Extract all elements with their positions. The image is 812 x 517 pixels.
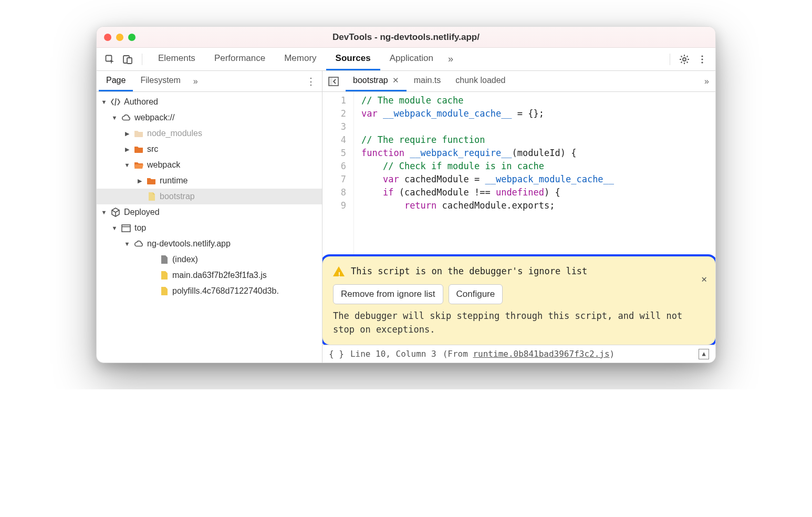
navigator-sidebar: Page Filesystem » ⋮ ▼ Authored ▼ webpack… [97, 71, 322, 363]
source-origin-link[interactable]: runtime.0b841bad3967f3c2.js [473, 349, 609, 359]
cursor-position: Line 10, Column 3 [350, 347, 436, 360]
sidebar-kebab-icon[interactable]: ⋮ [300, 76, 322, 87]
file-tabs-overflow-icon[interactable]: » [698, 77, 715, 86]
sidebar-tab-page[interactable]: Page [99, 71, 133, 91]
chevron-down-icon: ▼ [101, 209, 107, 215]
tree-label: src [147, 144, 158, 154]
file-tabs: bootstrap ✕ main.ts chunk loaded » [322, 71, 715, 92]
tree-folder-runtime[interactable]: ▶ runtime [97, 173, 322, 189]
tree-file-main-js[interactable]: ▶ main.da63f7b2fe3f1fa3.js [97, 267, 322, 283]
tree-folder-webpack-scheme[interactable]: ▼ webpack:// [97, 110, 322, 126]
ignore-list-banner: This script is on the debugger's ignore … [322, 254, 715, 347]
chevron-right-icon: ▶ [137, 178, 143, 184]
tree-label: webpack:// [134, 113, 174, 122]
tree-label: (index) [172, 255, 198, 264]
cloud-icon [121, 112, 131, 123]
svg-point-6 [701, 61, 703, 63]
source-origin: (From runtime.0b841bad3967f3c2.js) [443, 347, 615, 360]
navigator-tabs: Page Filesystem » ⋮ [97, 71, 322, 92]
svg-rect-10 [329, 77, 332, 86]
tree-label: Authored [124, 97, 158, 107]
tree-file-index[interactable]: ▶ (index) [97, 252, 322, 267]
tree-file-bootstrap[interactable]: ▶ bootstrap [97, 189, 322, 204]
folder-icon [133, 144, 144, 154]
banner-description: The debugger will skip stepping through … [333, 309, 686, 336]
file-icon [146, 191, 157, 202]
js-file-icon [159, 270, 169, 281]
file-tab-bootstrap[interactable]: bootstrap ✕ [346, 71, 407, 91]
device-toggle-icon[interactable] [120, 51, 136, 67]
tree-label: node_modules [147, 129, 202, 138]
tree-group-authored[interactable]: ▼ Authored [97, 94, 322, 110]
svg-point-3 [683, 58, 686, 61]
banner-title: This script is on the debugger's ignore … [351, 265, 587, 278]
tab-memory[interactable]: Memory [275, 48, 326, 70]
pretty-print-icon[interactable]: { } [329, 347, 344, 360]
tree-label: main.da63f7b2fe3f1fa3.js [172, 271, 267, 280]
tab-performance[interactable]: Performance [205, 48, 275, 70]
kebab-menu-icon[interactable] [694, 51, 710, 67]
chevron-down-icon: ▼ [111, 225, 118, 231]
frame-icon [121, 223, 131, 233]
svg-point-4 [701, 55, 703, 57]
svg-rect-2 [127, 58, 132, 64]
cloud-icon [133, 239, 144, 249]
cube-icon [110, 207, 121, 218]
js-file-icon [159, 286, 169, 296]
tree-label: runtime [160, 176, 188, 185]
chevron-down-icon: ▼ [124, 241, 130, 247]
remove-from-ignore-list-button[interactable]: Remove from ignore list [333, 284, 443, 304]
tree-label: polyfills.4c768d7122740d3b. [172, 286, 279, 296]
tree-folder-webpack[interactable]: ▼ webpack [97, 157, 322, 173]
folder-icon [146, 175, 157, 186]
code-icon [110, 97, 121, 107]
tree-domain[interactable]: ▼ ng-devtools.netlify.app [97, 236, 322, 252]
close-tab-icon[interactable]: ✕ [392, 76, 399, 85]
inspect-element-icon[interactable] [102, 51, 118, 67]
file-tab-label: chunk loaded [455, 76, 505, 85]
tree-label: top [134, 223, 146, 233]
file-tree: ▼ Authored ▼ webpack:// ▶ node_modules ▶ [97, 92, 322, 363]
tree-label: Deployed [124, 208, 160, 217]
chevron-down-icon: ▼ [101, 99, 107, 105]
document-icon [159, 254, 169, 265]
svg-rect-7 [122, 225, 130, 232]
warning-icon [333, 266, 345, 276]
panel-overflow-icon[interactable]: » [443, 54, 459, 65]
tree-folder-src[interactable]: ▶ src [97, 141, 322, 157]
file-tab-main-ts[interactable]: main.ts [407, 71, 449, 91]
sidebar-overflow-icon[interactable]: » [188, 77, 203, 86]
panel-tabs: Elements Performance Memory Sources Appl… [149, 48, 459, 70]
tree-folder-node-modules[interactable]: ▶ node_modules [97, 126, 322, 141]
close-banner-icon[interactable]: ✕ [701, 272, 707, 285]
configure-button[interactable]: Configure [449, 284, 503, 304]
file-tab-label: bootstrap [353, 76, 388, 85]
chevron-down-icon: ▼ [111, 115, 118, 121]
tab-application[interactable]: Application [380, 48, 443, 70]
file-tab-chunk-loaded[interactable]: chunk loaded [448, 71, 513, 91]
tree-group-deployed[interactable]: ▼ Deployed [97, 204, 322, 220]
tab-elements[interactable]: Elements [149, 48, 205, 70]
tree-label: webpack [147, 160, 180, 170]
folder-open-icon [133, 160, 144, 170]
show-console-drawer-icon[interactable]: ▲ [699, 349, 709, 359]
separator [142, 54, 142, 65]
tree-label: bootstrap [160, 192, 195, 201]
tree-label: ng-devtools.netlify.app [147, 239, 231, 249]
editor-status-bar: { } Line 10, Column 3 (From runtime.0b84… [322, 345, 715, 363]
chevron-right-icon: ▶ [124, 130, 130, 137]
chevron-down-icon: ▼ [124, 162, 130, 168]
sources-body: Page Filesystem » ⋮ ▼ Authored ▼ webpack… [97, 71, 715, 363]
devtools-window: DevTools - ng-devtools.netlify.app/ Elem… [96, 26, 716, 363]
code-editor[interactable]: 123456789 // The module cachevar __webpa… [322, 92, 715, 363]
settings-gear-icon[interactable] [676, 51, 692, 67]
editor-pane: bootstrap ✕ main.ts chunk loaded » 12345… [322, 71, 715, 363]
toggle-navigator-icon[interactable] [326, 74, 341, 89]
tree-frame-top[interactable]: ▼ top [97, 220, 322, 236]
tab-sources[interactable]: Sources [326, 48, 380, 70]
tree-file-polyfills-js[interactable]: ▶ polyfills.4c768d7122740d3b. [97, 283, 322, 299]
separator [670, 54, 670, 65]
folder-icon [133, 128, 144, 139]
sidebar-tab-filesystem[interactable]: Filesystem [133, 71, 188, 91]
titlebar: DevTools - ng-devtools.netlify.app/ [97, 27, 715, 48]
